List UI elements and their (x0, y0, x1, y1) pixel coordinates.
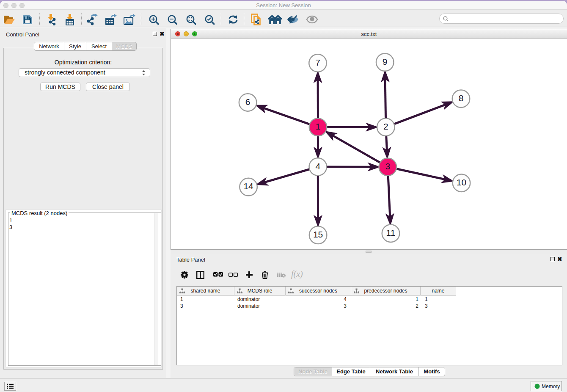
svg-text:14: 14 (243, 181, 253, 191)
svg-text:11: 11 (386, 228, 396, 237)
svg-text:6: 6 (245, 97, 250, 107)
svg-text:3: 3 (385, 161, 390, 171)
svg-text:15: 15 (313, 229, 323, 239)
svg-text:4: 4 (315, 161, 320, 171)
svg-text:2: 2 (383, 121, 388, 131)
svg-text:8: 8 (459, 93, 464, 103)
svg-text:7: 7 (315, 58, 320, 67)
svg-text:10: 10 (457, 177, 466, 187)
svg-text:1: 1 (316, 121, 321, 131)
svg-text:9: 9 (383, 57, 388, 66)
